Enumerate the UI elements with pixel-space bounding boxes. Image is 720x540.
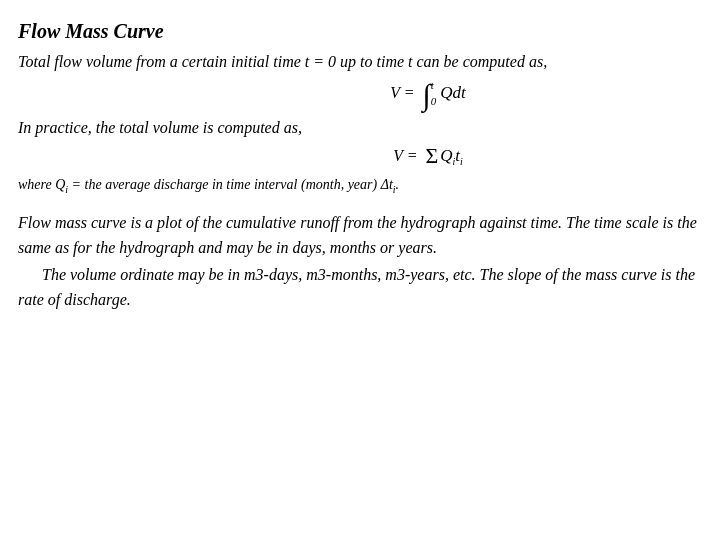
integral-upper: t xyxy=(431,79,437,91)
sigma-symbol: Σ xyxy=(425,143,438,169)
where-clause: where Qi = the average discharge in time… xyxy=(18,175,698,197)
formula-1-block: V = ∫ t 0 Qdt xyxy=(158,78,698,108)
where-ti-sub: i xyxy=(393,184,396,195)
formula1-rhs: Qdt xyxy=(440,83,466,103)
formula2-t-sub: i xyxy=(460,156,463,167)
intro-paragraph: Total flow volume from a certain initial… xyxy=(18,50,698,73)
page-title: Flow Mass Curve xyxy=(18,18,698,44)
integral-lower: 0 xyxy=(431,95,437,107)
body-paragraph-1: Flow mass curve is a plot of the cumulat… xyxy=(18,211,698,261)
formula1-lhs: V = xyxy=(390,84,414,102)
practice-paragraph: In practice, the total volume is compute… xyxy=(18,116,698,139)
where-label: where Qi = the average discharge in time… xyxy=(18,177,399,192)
formula2-q: Qiti xyxy=(440,146,463,167)
formula-2: V = Σ Qiti xyxy=(393,143,463,169)
formula-1: V = ∫ t 0 Qdt xyxy=(390,78,466,108)
formula2-q-sub: i xyxy=(453,156,456,167)
formula-2-block: V = Σ Qiti xyxy=(158,143,698,169)
integral-limits: t 0 xyxy=(431,79,437,107)
page-content: Flow Mass Curve Total flow volume from a… xyxy=(18,18,698,522)
integral-symbol: ∫ xyxy=(423,80,431,110)
body-paragraph-2: The volume ordinate may be in m3-days, m… xyxy=(18,263,698,313)
formula2-lhs: V = xyxy=(393,147,417,165)
where-qi-sub: i xyxy=(65,184,68,195)
